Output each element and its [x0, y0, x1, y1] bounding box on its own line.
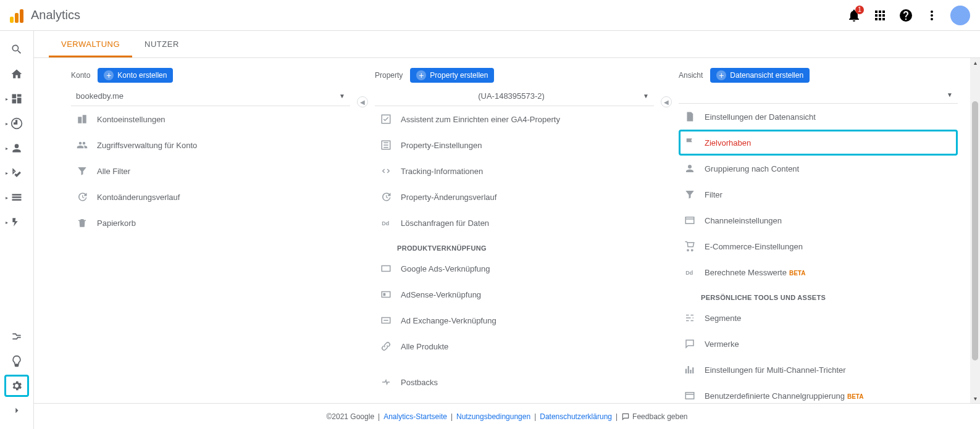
cart-icon [684, 240, 696, 252]
svg-rect-2 [382, 292, 390, 298]
create-property-label: Property erstellen [430, 71, 488, 80]
menu-label: Kontoeinstellungen [97, 115, 345, 124]
apps-grid-icon[interactable] [873, 8, 887, 23]
dd-icon: Dd [380, 217, 392, 229]
code-icon [380, 165, 392, 177]
property-ga4-item[interactable]: Assistent zum Einrichten einer GA4-Prope… [375, 106, 654, 132]
menu-label: Property-Einstellungen [401, 141, 649, 150]
footer: ©2021 Google Analytics-Startseite Nutzun… [34, 403, 980, 429]
nav-search-icon[interactable] [4, 38, 29, 60]
scroll-up-arrow[interactable]: ▴ [974, 59, 977, 66]
property-allproducts-item[interactable]: Alle Produkte [375, 333, 654, 359]
nav-realtime-icon[interactable]: ▸ [4, 112, 29, 135]
building-icon [76, 113, 88, 125]
create-property-button[interactable]: +Property erstellen [410, 68, 494, 83]
property-delreq-item[interactable]: DdLöschanfragen für Daten [375, 210, 654, 236]
nav-conversions-icon[interactable]: ▸ [4, 211, 29, 233]
view-grouping-item[interactable]: Gruppierung nach Content [679, 156, 958, 181]
nav-customization-icon[interactable]: ▸ [4, 88, 29, 110]
property-ads-item[interactable]: Google Ads-Verknüpfung [375, 256, 654, 281]
audience-icon [380, 402, 392, 403]
menu-label: Einstellungen für Multi-Channel-Trichter [705, 365, 953, 375]
menu-label: Gruppierung nach Content [705, 164, 953, 173]
view-multichannel-item[interactable]: Einstellungen für Multi-Channel-Trichter [679, 357, 958, 383]
property-tracking-item[interactable]: Tracking-Informationen [375, 158, 654, 184]
dd-icon: Dd [684, 266, 696, 278]
postback-icon [380, 376, 392, 388]
create-account-label: Konto erstellen [117, 71, 167, 80]
account-trash-item[interactable]: Papierkorb [71, 210, 350, 236]
property-settings-item[interactable]: Property-Einstellungen [375, 132, 654, 158]
nav-collapse-icon[interactable] [4, 399, 29, 422]
svg-rect-1 [382, 266, 390, 272]
view-label: Ansicht [679, 71, 703, 80]
nav-acquisition-icon[interactable]: ▸ [4, 162, 29, 184]
app-header: Analytics 1 [0, 0, 980, 31]
view-ecommerce-item[interactable]: E-Commerce-Einstellungen [679, 233, 958, 259]
view-goals-item[interactable]: Zielvorhaben [679, 130, 958, 156]
menu-label: Kontoänderungsverlauf [97, 193, 345, 202]
more-menu-icon[interactable] [924, 8, 939, 23]
column-connector-left[interactable]: ◀ [357, 96, 368, 107]
svg-rect-3 [383, 293, 386, 296]
footer-terms-link[interactable]: Nutzungsbedingungen [456, 412, 530, 421]
property-label: Property [375, 71, 403, 80]
property-audience-item[interactable]: Zielgruppendefinitionen [375, 395, 654, 403]
account-access-item[interactable]: Zugriffsverwaltung für Konto [71, 132, 350, 158]
account-selector[interactable]: bookedby.me ▼ [71, 86, 350, 106]
property-selector[interactable]: (UA-148395573-2) ▼ [375, 86, 654, 106]
notifications-icon[interactable]: 1 [847, 8, 861, 23]
nav-attribution-icon[interactable] [4, 325, 29, 348]
view-filter-item[interactable]: Filter [679, 181, 958, 207]
history-icon [380, 191, 392, 203]
left-sidenav: ▸ ▸ ▸ ▸ ▸ ▸ [0, 31, 34, 429]
menu-label: Filter [705, 190, 953, 199]
create-view-button[interactable]: +Datenansicht erstellen [710, 68, 810, 83]
help-icon[interactable] [898, 8, 913, 23]
settings-square-icon [380, 139, 392, 151]
view-channel-item[interactable]: Channeleinstellungen [679, 207, 958, 233]
view-selector[interactable]: ▼ [679, 86, 958, 104]
menu-label: Segmente [705, 314, 953, 323]
nav-admin-icon[interactable] [4, 375, 29, 397]
footer-home-link[interactable]: Analytics-Startseite [383, 412, 447, 421]
view-notes-item[interactable]: Vermerke [679, 331, 958, 357]
column-connector-right[interactable]: ◀ [661, 96, 672, 107]
account-settings-item[interactable]: Kontoeinstellungen [71, 106, 350, 132]
footer-feedback-link[interactable]: Feedback geben [621, 412, 687, 421]
account-selected-value: bookedby.me [76, 91, 339, 101]
notification-badge: 1 [855, 6, 864, 14]
footer-privacy-link[interactable]: Datenschutzerklärung [540, 412, 612, 421]
scroll-down-arrow[interactable]: ▾ [974, 395, 977, 402]
personal-tools-header: PERSÖNLICHE TOOLS UND ASSETS [679, 285, 958, 305]
property-postbacks-item[interactable]: Postbacks [375, 369, 654, 395]
scroll-thumb[interactable] [972, 101, 978, 360]
tab-nutzer[interactable]: NUTZER [132, 31, 191, 57]
flag-icon [684, 136, 696, 149]
chevron-down-icon: ▼ [947, 91, 953, 98]
nav-home-icon[interactable] [4, 63, 29, 85]
tab-verwaltung[interactable]: VERWALTUNG [49, 31, 132, 57]
account-label: Konto [71, 71, 90, 80]
trash-icon [76, 217, 88, 229]
account-history-item[interactable]: Kontoänderungsverlauf [71, 184, 350, 210]
property-adex-item[interactable]: Ad Exchange-Verknüpfung [375, 307, 654, 333]
view-segments-item[interactable]: Segmente [679, 305, 958, 331]
user-avatar[interactable] [950, 6, 970, 25]
vertical-scrollbar[interactable]: ▴ ▾ [970, 58, 980, 403]
menu-label: Alle Produkte [401, 342, 649, 351]
analytics-logo-icon [10, 8, 25, 23]
funnel-icon [76, 165, 88, 177]
nav-discover-icon[interactable] [4, 350, 29, 372]
view-customchannel-item[interactable]: Benutzerdefinierte ChannelgruppierungBET… [679, 383, 958, 403]
property-history-item[interactable]: Property-Änderungsverlauf [375, 184, 654, 210]
nav-audience-icon[interactable]: ▸ [4, 137, 29, 159]
nav-behavior-icon[interactable]: ▸ [4, 186, 29, 209]
create-account-button[interactable]: +Konto erstellen [98, 68, 173, 83]
menu-label: Zielvorhaben [705, 138, 953, 148]
property-adsense-item[interactable]: AdSense-Verknüpfung [375, 281, 654, 307]
svg-text:Dd: Dd [382, 220, 389, 227]
view-calc-item[interactable]: DdBerechnete MesswerteBETA [679, 259, 958, 285]
view-settings-item[interactable]: Einstellungen der Datenansicht [679, 104, 958, 130]
account-filters-item[interactable]: Alle Filter [71, 158, 350, 184]
